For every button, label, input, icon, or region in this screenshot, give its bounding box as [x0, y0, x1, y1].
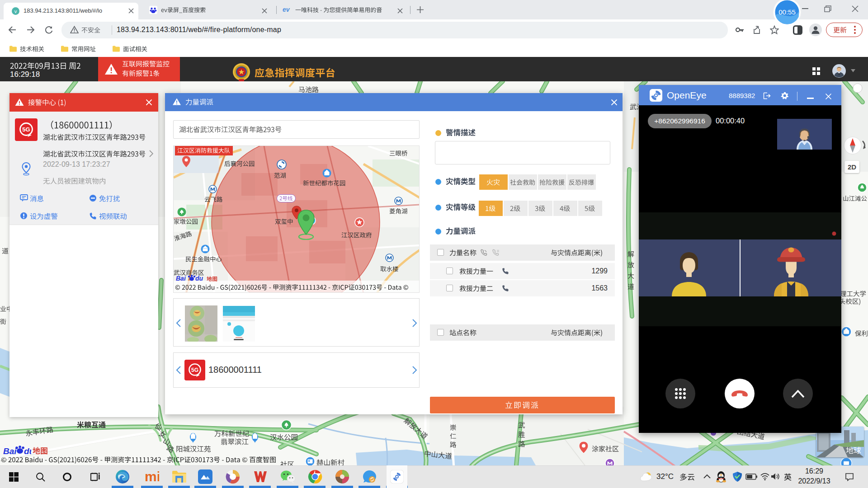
svg-text:00:55: 00:55: [778, 8, 796, 16]
svg-text:du: du: [24, 446, 31, 456]
svg-text:Bai: Bai: [3, 446, 17, 456]
svg-text:v: v: [14, 9, 17, 14]
svg-text:5G: 5G: [191, 367, 198, 373]
svg-text:du: du: [195, 275, 203, 282]
svg-text:mi: mi: [145, 469, 159, 484]
svg-text:Bai: Bai: [176, 275, 186, 282]
svg-text:5G: 5G: [22, 126, 30, 133]
